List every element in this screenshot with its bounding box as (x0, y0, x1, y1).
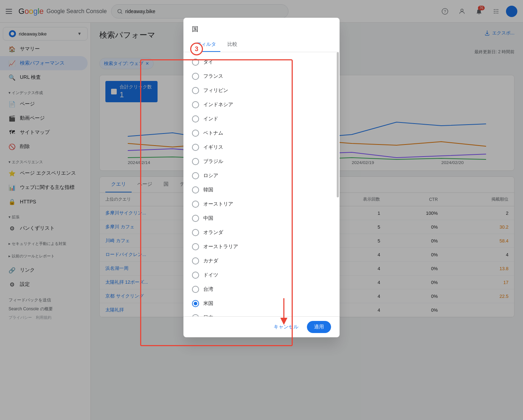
radio-circle-australia (192, 243, 199, 250)
radio-label-russia: ロシア (203, 173, 218, 179)
radio-india[interactable]: インド (183, 112, 340, 126)
radio-canada[interactable]: カナダ (183, 254, 340, 268)
modal-footer: キャンセル 適用 (183, 316, 340, 337)
radio-label-taiwan: 台湾 (203, 286, 213, 293)
radio-label-brazil: ブラジル (203, 158, 223, 165)
radio-label-indonesia: インドネシア (203, 102, 233, 108)
modal-tabs: フィルタ 比較 (183, 38, 340, 52)
radio-taiwan[interactable]: 台湾 (183, 282, 340, 296)
radio-circle-taiwan (192, 286, 199, 293)
radio-uk[interactable]: イギリス (183, 140, 340, 154)
modal-header: 国 (183, 18, 340, 33)
radio-circle-austria (192, 201, 199, 208)
radio-china[interactable]: 中国 (183, 211, 340, 225)
radio-label-france: フランス (203, 73, 223, 80)
radio-label-japan: 日本 (203, 315, 213, 316)
radio-circle-thailand (192, 59, 199, 66)
radio-circle-canada (192, 257, 199, 264)
radio-russia[interactable]: ロシア (183, 169, 340, 183)
radio-circle-netherlands (192, 229, 199, 236)
radio-label-india: インド (203, 116, 218, 122)
modal-overlay[interactable]: 国 フィルタ 比較 タイ フランス フィリピン インドネシア インド ベトナム (0, 0, 523, 420)
radio-australia[interactable]: オーストラリア (183, 240, 340, 254)
radio-label-germany: ドイツ (203, 272, 218, 278)
modal-title: 国 (192, 26, 198, 33)
radio-label-thailand: タイ (203, 59, 213, 65)
radio-germany[interactable]: ドイツ (183, 268, 340, 282)
radio-circle-japan (192, 314, 199, 316)
radio-label-netherlands: オランダ (203, 229, 223, 236)
radio-label-china: 中国 (203, 215, 213, 222)
radio-label-austria: オーストリア (203, 201, 233, 207)
radio-circle-korea (192, 186, 199, 193)
radio-circle-germany (192, 272, 199, 279)
country-filter-modal: 国 フィルタ 比較 タイ フランス フィリピン インドネシア インド ベトナム (183, 18, 340, 337)
radio-circle-philippines (192, 87, 199, 94)
radio-austria[interactable]: オーストリア (183, 197, 340, 211)
radio-label-korea: 韓国 (203, 187, 213, 193)
radio-circle-russia (192, 172, 199, 179)
radio-france[interactable]: フランス (183, 69, 340, 83)
radio-label-australia: オーストラリア (203, 244, 238, 250)
radio-circle-france (192, 73, 199, 80)
cancel-button[interactable]: キャンセル (268, 321, 304, 333)
radio-circle-indonesia (192, 101, 199, 108)
radio-label-usa: 米国 (203, 300, 213, 307)
radio-circle-usa (192, 300, 199, 307)
radio-vietnam[interactable]: ベトナム (183, 126, 340, 140)
radio-circle-china (192, 215, 199, 222)
radio-circle-brazil (192, 158, 199, 165)
radio-korea[interactable]: 韓国 (183, 183, 340, 197)
modal-tab-filter[interactable]: フィルタ (192, 38, 220, 52)
radio-label-canada: カナダ (203, 258, 218, 264)
radio-japan[interactable]: 日本 (183, 311, 340, 316)
radio-thailand[interactable]: タイ (183, 55, 340, 69)
radio-philippines[interactable]: フィリピン (183, 83, 340, 98)
radio-netherlands[interactable]: オランダ (183, 225, 340, 240)
radio-label-uk: イギリス (203, 144, 223, 151)
radio-circle-vietnam (192, 130, 199, 137)
modal-body: タイ フランス フィリピン インドネシア インド ベトナム イギリス ブラジル … (183, 52, 340, 316)
radio-indonesia[interactable]: インドネシア (183, 98, 340, 112)
apply-button[interactable]: 適用 (307, 321, 331, 333)
radio-label-vietnam: ベトナム (203, 130, 223, 136)
radio-circle-india (192, 115, 199, 122)
radio-usa[interactable]: 米国 (183, 296, 340, 311)
radio-label-philippines: フィリピン (203, 87, 228, 94)
scroll-indicator (337, 52, 339, 197)
radio-circle-uk (192, 144, 199, 151)
modal-tab-compare[interactable]: 比較 (223, 38, 242, 52)
radio-brazil[interactable]: ブラジル (183, 154, 340, 169)
